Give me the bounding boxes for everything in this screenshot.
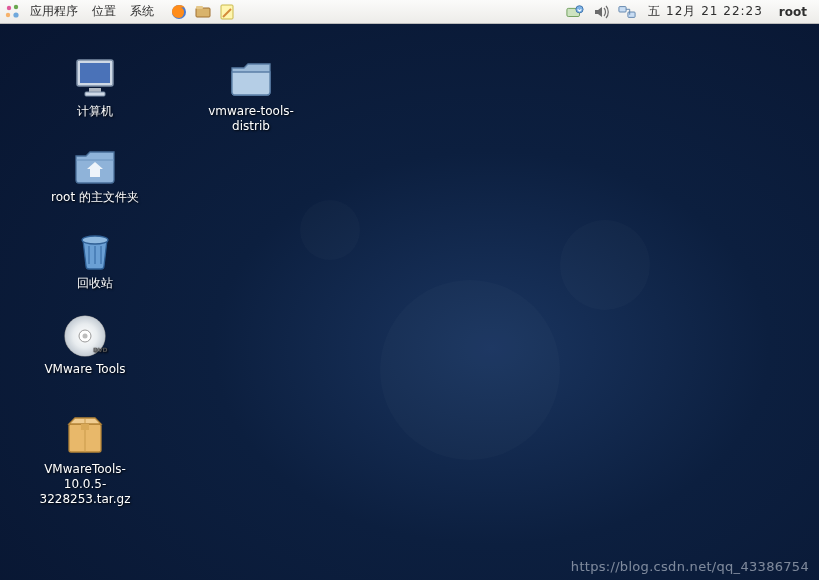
watermark-text: https://blog.csdn.net/qq_43386754 <box>571 559 809 574</box>
desktop-icon-label: VMware Tools <box>42 362 127 377</box>
desktop-icon-computer[interactable]: 计算机 <box>40 54 150 119</box>
svg-rect-10 <box>619 6 626 11</box>
svg-rect-11 <box>628 12 635 17</box>
svg-point-20 <box>83 334 88 339</box>
gnome-menu-icon[interactable] <box>4 3 22 21</box>
desktop-icon-vmwtools[interactable]: DVDVMware Tools <box>30 312 140 377</box>
svg-rect-23 <box>81 424 89 430</box>
desktop-icon-tarball[interactable]: VMwareTools-10.0.5-3228253.tar.gz <box>30 412 140 507</box>
svg-point-0 <box>7 5 11 9</box>
svg-point-1 <box>14 4 18 8</box>
svg-rect-13 <box>80 63 110 83</box>
desktop-icon-label: 计算机 <box>75 104 115 119</box>
desktop-icon-label: root 的主文件夹 <box>49 190 141 205</box>
desktop-area[interactable]: 计算机root 的主文件夹回收站DVDVMware ToolsVMwareToo… <box>0 24 819 580</box>
trash-icon <box>71 226 119 274</box>
top-panel: 应用程序 位置 系统 五 12月 21 22:23 root <box>0 0 819 24</box>
user-menu[interactable]: root <box>775 5 815 19</box>
network-icon[interactable] <box>618 3 636 21</box>
desktop-icon-distrib[interactable]: vmware-tools-distrib <box>196 54 306 134</box>
text-editor-icon[interactable] <box>218 3 236 21</box>
home-folder-icon <box>71 140 119 188</box>
menu-applications[interactable]: 应用程序 <box>24 1 84 22</box>
dvd-icon: DVD <box>61 312 109 360</box>
monitor-icon <box>71 54 119 102</box>
clock[interactable]: 五 12月 21 22:23 <box>644 3 767 20</box>
menu-system[interactable]: 系统 <box>124 1 160 22</box>
folder-icon <box>227 54 275 102</box>
desktop-icon-label: VMwareTools-10.0.5-3228253.tar.gz <box>30 462 140 507</box>
desktop-icon-trash[interactable]: 回收站 <box>40 226 150 291</box>
svg-point-2 <box>6 12 10 16</box>
package-icon <box>61 412 109 460</box>
svg-point-3 <box>13 12 18 17</box>
svg-rect-14 <box>89 88 101 92</box>
svg-text:DVD: DVD <box>93 346 108 353</box>
update-notifier-icon[interactable] <box>566 3 584 21</box>
svg-rect-5 <box>196 8 210 17</box>
desktop-icon-label: vmware-tools-distrib <box>196 104 306 134</box>
desktop-icon-label: 回收站 <box>75 276 115 291</box>
volume-icon[interactable] <box>592 3 610 21</box>
menu-places[interactable]: 位置 <box>86 1 122 22</box>
file-manager-icon[interactable] <box>194 3 212 21</box>
desktop-icon-homefolder[interactable]: root 的主文件夹 <box>40 140 150 205</box>
svg-rect-15 <box>85 92 105 96</box>
svg-point-16 <box>82 236 108 244</box>
svg-rect-6 <box>196 6 203 9</box>
firefox-icon[interactable] <box>170 3 188 21</box>
